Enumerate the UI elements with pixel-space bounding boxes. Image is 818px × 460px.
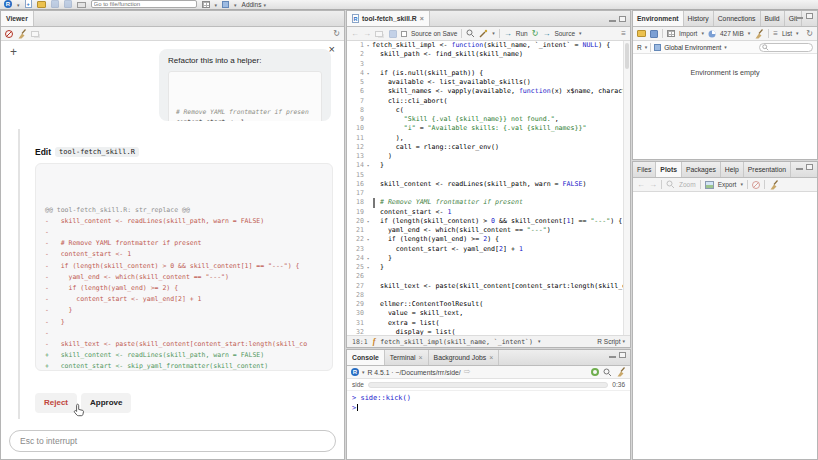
memory-pie-icon[interactable] [708, 30, 716, 38]
fold-icon[interactable] [364, 115, 372, 124]
fold-icon[interactable] [364, 328, 372, 335]
back-icon[interactable]: ← [637, 181, 645, 189]
suspend-icon[interactable] [591, 368, 599, 376]
console-tab[interactable]: Console [347, 350, 385, 365]
popout-icon[interactable] [375, 31, 383, 37]
memory-usage-label[interactable]: 427 MiB [720, 30, 744, 37]
import-label[interactable]: Import [679, 30, 697, 37]
language-selector[interactable]: R [637, 44, 642, 51]
environment-selector[interactable]: Global Environment [664, 44, 721, 51]
approve-button[interactable]: Approve [81, 393, 131, 413]
fold-icon[interactable] [364, 87, 372, 96]
addins-menu[interactable]: Addins▾ [242, 1, 266, 8]
rerun-icon[interactable]: ↻ [532, 30, 539, 38]
fold-icon[interactable] [364, 319, 372, 328]
fold-icon[interactable] [364, 300, 372, 309]
refresh-icon[interactable]: ↻ [806, 30, 813, 38]
minimize-icon[interactable] [796, 168, 803, 170]
panes-icon[interactable] [222, 1, 229, 8]
plots-tab[interactable]: Plots [656, 162, 682, 177]
environment-tab[interactable]: Environment [633, 11, 684, 26]
open-file-icon[interactable] [37, 1, 46, 8]
minimize-icon[interactable] [609, 356, 616, 358]
save-workspace-icon[interactable] [650, 30, 658, 38]
load-workspace-icon[interactable] [637, 30, 646, 37]
console-output[interactable]: > side::kick() > [347, 391, 630, 416]
source-icon[interactable]: → [542, 30, 550, 38]
broom-icon[interactable] [616, 367, 626, 377]
fold-icon[interactable] [364, 106, 372, 115]
fold-icon[interactable] [364, 152, 372, 161]
zoom-icon[interactable] [666, 180, 675, 189]
environment-tab[interactable]: Build [761, 11, 785, 26]
fold-icon[interactable] [364, 189, 372, 198]
search-icon[interactable] [603, 368, 612, 377]
fold-icon[interactable] [364, 50, 372, 59]
fold-icon[interactable] [364, 124, 372, 133]
close-tab-icon[interactable]: × [420, 15, 424, 22]
fold-icon[interactable] [364, 97, 372, 106]
editor-scrollbar[interactable] [623, 41, 630, 335]
broom-icon[interactable] [769, 180, 779, 190]
fold-icon[interactable] [364, 143, 372, 152]
broom-icon[interactable] [754, 29, 764, 39]
code-editor[interactable]: 1 ▾ fetch_skill_impl <- function(skill_n… [347, 41, 623, 335]
function-context[interactable]: fetch_skill_impl(skill_name, `_intent`) [380, 338, 533, 346]
forward-icon[interactable]: → [363, 30, 371, 38]
import-dataset-icon[interactable] [667, 30, 675, 37]
save-icon[interactable] [389, 30, 397, 38]
new-file-icon[interactable]: + [25, 0, 32, 8]
fold-icon[interactable] [364, 208, 372, 217]
fold-icon[interactable] [364, 309, 372, 318]
close-tab-icon[interactable]: × [489, 354, 493, 361]
fold-icon[interactable] [364, 134, 372, 143]
tab-tool-fetch-skill[interactable]: R tool-fetch_skill.R × [347, 11, 430, 26]
fold-icon[interactable] [364, 245, 372, 254]
doc-type[interactable]: R Script [597, 338, 620, 345]
source-on-save-checkbox[interactable] [401, 31, 407, 37]
environment-tab[interactable]: Connections [714, 11, 761, 26]
run-label[interactable]: Run [516, 30, 528, 37]
chevron-down-icon[interactable]: ▾ [362, 370, 365, 375]
stop-icon[interactable] [5, 30, 13, 38]
source-label[interactable]: Source [554, 30, 575, 37]
save-all-icon[interactable] [64, 0, 72, 8]
fold-icon[interactable] [364, 282, 372, 291]
environment-search-input[interactable] [759, 43, 813, 52]
run-icon[interactable]: → [504, 30, 512, 38]
export-label[interactable]: Export [718, 181, 737, 188]
fold-icon[interactable] [364, 60, 372, 69]
fold-icon[interactable] [364, 198, 372, 207]
environment-tab[interactable]: History [684, 11, 714, 26]
scrollbar-thumb[interactable] [625, 43, 629, 69]
back-icon[interactable]: ← [351, 30, 359, 38]
goto-file-input[interactable] [91, 0, 197, 8]
maximize-icon[interactable] [619, 352, 626, 358]
reject-button[interactable]: Reject [35, 393, 77, 413]
chat-input[interactable] [9, 430, 336, 452]
maximize-icon[interactable] [806, 164, 813, 170]
maximize-icon[interactable] [806, 13, 813, 19]
popout-icon[interactable] [31, 31, 39, 37]
remove-plot-icon[interactable] [752, 181, 760, 189]
print-icon[interactable] [77, 2, 86, 8]
fold-icon[interactable] [364, 171, 372, 180]
magic-wand-icon[interactable] [479, 29, 488, 38]
fold-icon[interactable]: ▾ [364, 69, 372, 78]
minimize-icon[interactable] [796, 17, 803, 19]
fold-icon[interactable]: ▾ [364, 235, 372, 244]
go-to-dir-icon[interactable]: ⇨ [464, 368, 471, 376]
save-icon[interactable] [51, 0, 59, 8]
fold-icon[interactable]: ▾ [364, 254, 372, 263]
new-chat-button[interactable]: + [10, 45, 17, 59]
plots-tab[interactable]: Presentation [744, 162, 791, 177]
fold-icon[interactable]: ▾ [364, 263, 372, 272]
export-plot-icon[interactable] [705, 181, 714, 189]
minimize-icon[interactable] [609, 20, 616, 22]
fold-icon[interactable]: ▾ [364, 41, 372, 50]
maximize-icon[interactable] [619, 16, 626, 22]
plots-tab[interactable]: Packages [682, 162, 721, 177]
fold-icon[interactable]: ▾ [364, 161, 372, 170]
r-project-icon[interactable]: R [4, 0, 12, 8]
fold-icon[interactable] [364, 78, 372, 87]
